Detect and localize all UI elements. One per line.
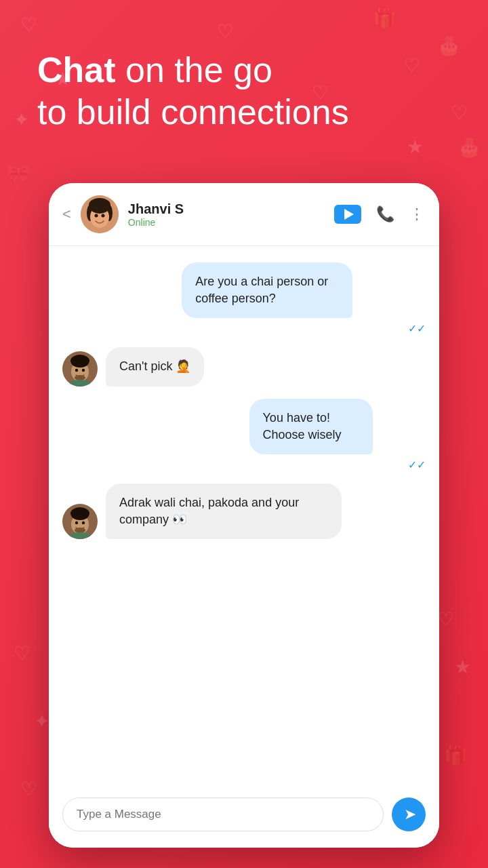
message-sent-1: Are you a chai person or coffee person? … [62,262,426,335]
msg-text-1: Are you a chai person or coffee person? [195,275,328,305]
chat-header: < Jhanvi S Online [49,183,439,246]
message-received-4: Adrak wali chai, pakoda and your company… [62,484,426,539]
contact-status: Online [128,217,334,228]
contact-name: Jhanvi S [128,201,334,217]
send-button[interactable]: ➤ [392,797,426,831]
hero-bold: Chat [37,50,116,90]
contact-info: Jhanvi S Online [128,201,334,228]
svg-point-21 [71,509,89,520]
double-tick-1: ✓✓ [408,322,426,335]
message-received-2: Can't pick 🤦 [62,347,426,386]
svg-point-14 [75,375,85,380]
svg-point-20 [82,521,85,524]
read-receipt-3: ✓✓ [249,458,426,471]
bubble-sent-3: You have to! Choose wisely [249,399,373,454]
message-input[interactable] [77,808,369,821]
messages-area: Are you a chai person or coffee person? … [49,246,439,787]
hero-text-block: Chat on the go to build connections [37,49,451,134]
svg-point-5 [94,214,98,218]
msg-text-3: You have to! Choose wisely [263,411,342,441]
read-receipt-1: ✓✓ [182,322,426,335]
hero-line1-rest: on the go [116,50,272,90]
msg-avatar-4 [62,504,98,539]
svg-point-12 [82,368,85,371]
bubble-received-2: Can't pick 🤦 [106,347,204,386]
svg-point-7 [90,201,109,214]
header-actions: 📞 ⋮ [334,205,426,224]
send-icon: ➤ [404,806,416,823]
svg-point-22 [75,528,85,533]
svg-point-19 [75,521,78,524]
message-sent-3: You have to! Choose wisely ✓✓ [62,399,426,471]
svg-point-6 [101,214,104,218]
svg-point-13 [71,357,89,368]
voice-call-button[interactable]: 📞 [376,205,394,223]
contact-avatar [81,195,119,233]
input-area: ➤ [49,787,439,848]
svg-point-11 [75,368,78,371]
video-call-button[interactable] [334,205,361,224]
back-button[interactable]: < [62,205,71,223]
msg-avatar-2 [62,351,98,387]
bubble-received-4: Adrak wali chai, pakoda and your company… [106,484,342,539]
phone-mockup: < Jhanvi S Online [49,183,439,848]
msg-text-2: Can't pick 🤦 [119,359,190,373]
more-options-button[interactable]: ⋮ [409,205,426,223]
message-input-wrapper[interactable] [62,797,384,831]
msg-text-4: Adrak wali chai, pakoda and your company… [119,496,299,526]
bubble-sent-1: Are you a chai person or coffee person? [182,262,352,318]
hero-line2: to build connections [37,92,349,132]
double-tick-3: ✓✓ [408,458,426,471]
